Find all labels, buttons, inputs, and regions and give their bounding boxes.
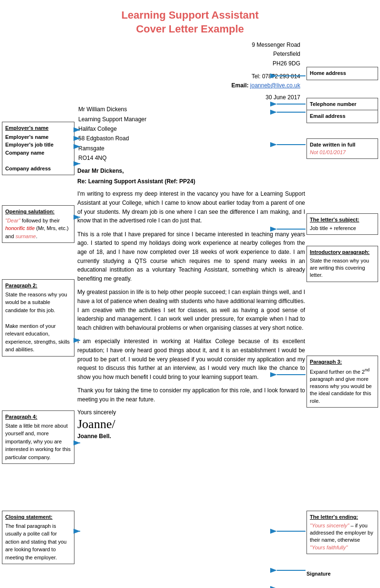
page: Learning Support Assistant Cover Letter … — [0, 0, 380, 588]
employer-city: Ramsgate — [78, 145, 105, 152]
employer-address1: 58 Edgbaston Road — [78, 135, 129, 142]
closing-ann-text: The final paragraph is usually a polite … — [5, 522, 71, 562]
salutation-annotation-box: Opening salutation: "Dear" followed by t… — [2, 205, 74, 243]
signature-ann-text: Signature — [306, 571, 331, 577]
telephone-ann-box: Telephone number — [306, 98, 378, 111]
letter-body: I'm writing to express my deep interest … — [77, 189, 305, 404]
employer-annotation-box: Employer's name Employer's name Employer… — [2, 122, 74, 175]
signature-ann: Signature — [306, 570, 378, 577]
email-ann-box: Email address — [306, 110, 378, 123]
subject-ann-title: The letter's subject: — [310, 216, 375, 223]
employer-jobtitle: Learning Support Manager — [78, 116, 147, 123]
letter-para3: My greatest passion in life is to help o… — [77, 288, 305, 332]
page-title: Learning Support Assistant Cover Letter … — [10, 9, 370, 36]
signature-cursive-text: Joanne/ — [77, 417, 115, 431]
salutation-ann-text: "Dear" followed by their honorific title… — [5, 218, 69, 239]
letter-para4: I am especially interested in working at… — [77, 337, 305, 381]
closing-annotation-box: Closing statement: The final paragraph i… — [2, 511, 74, 564]
home-address-ann-box: Home address — [306, 67, 378, 80]
employer-ann-title: Employer's name — [5, 125, 71, 132]
letter-address: 9 Messenger Road Petersfield PH26 9DG — [77, 41, 305, 68]
letter-para1: I'm writing to express my deep interest … — [77, 189, 305, 225]
telephone-ann-text: Telephone number — [310, 101, 357, 107]
para3-ann-title: Paragraph 3: — [310, 358, 375, 366]
intro-ann-text: State the reason why you are writing thi… — [310, 257, 375, 279]
address-line1: 9 Messenger Road — [252, 42, 300, 48]
letter-content: 9 Messenger Road Petersfield PH26 9DG Te… — [77, 41, 305, 440]
closing-text: Yours sincerely — [77, 409, 116, 416]
employer-postcode: RO14 4NQ — [78, 155, 106, 161]
ending-ann-text: "Yours sincerely" – if you addressed the… — [310, 522, 375, 552]
letter-signature: Joanne/ — [77, 418, 305, 431]
date-ann-title: Date written in full — [310, 141, 375, 148]
intro-ann-title: Introductory paragraph: — [310, 249, 375, 256]
title-section: Learning Support Assistant Cover Letter … — [0, 0, 380, 41]
salutation-ann-title: Opening salutation: — [5, 208, 71, 215]
address-line2: Petersfield — [273, 51, 300, 57]
para3-ann-box: Paragraph 3: Expand further on the 2nd p… — [306, 356, 378, 408]
para4-ann-text: State a little bit more about yourself a… — [5, 422, 71, 462]
email-ann-text: Email address — [310, 113, 346, 119]
employer-address-block: Mr William Dickens Learning Support Mana… — [77, 105, 305, 163]
ending-ann-box: The letter's ending: "Yours sincerely" –… — [306, 511, 378, 554]
para3-ann-text: Expand further on the 2nd paragraph and … — [310, 367, 375, 405]
salutation-text: Dear Mr Dickens, — [77, 168, 124, 174]
subject-text: Re: Learning Support Assistant (Ref: PP2… — [77, 178, 195, 185]
para2-annotation-box: Paragraph 2: State the reasons why you w… — [2, 279, 74, 356]
subject-ann-text: Job title + reference — [310, 225, 375, 232]
closing-ann-title: Closing statement: — [5, 514, 71, 521]
employer-ann-text: Employer's name Employer's job title Com… — [5, 133, 71, 173]
letter-salutation: Dear Mr Dickens, — [77, 168, 305, 174]
para2-ann-title: Paragraph 2: — [5, 282, 71, 289]
letter-para2: This is a role that I have prepared for … — [77, 230, 305, 284]
employer-company: Halifax College — [78, 126, 117, 132]
date-ann-box: Date written in full Not 01/01/2017 — [306, 138, 378, 159]
para2-ann-text: State the reasons why you would be a sui… — [5, 291, 71, 354]
letter-fullname: Joanne Bell. — [77, 433, 305, 440]
subject-ann-box: The letter's subject: Job title + refere… — [306, 213, 378, 235]
address-line3: PH26 9DG — [273, 60, 300, 67]
letter-contact: Tel: 07872 293 014 Email: joanneb@live.c… — [77, 72, 305, 90]
date-ann-not: Not 01/01/2017 — [310, 149, 346, 155]
intro-ann-box: Introductory paragraph: State the reason… — [306, 246, 378, 282]
date-text: 30 June 2017 — [265, 94, 300, 101]
ending-ann-title: The letter's ending: — [310, 514, 375, 521]
para4-annotation-box: Paragraph 4: State a little bit more abo… — [2, 410, 74, 464]
email-link[interactable]: joanneb@live.co.uk — [250, 82, 300, 89]
letter-date: 30 June 2017 — [77, 94, 305, 101]
tel-line: Tel: 07872 293 014 — [252, 73, 300, 80]
home-address-ann-text: Home address — [310, 70, 346, 76]
employer-name: Mr William Dickens — [78, 106, 127, 113]
letter-subject: Re: Learning Support Assistant (Ref: PP2… — [77, 178, 305, 185]
letter-para5: Thank you for taking the time to conside… — [77, 386, 305, 404]
email-line: Email: joanneb@live.co.uk — [232, 82, 300, 89]
fullname-text: Joanne Bell. — [77, 433, 111, 440]
para4-ann-title: Paragraph 4: — [5, 413, 71, 420]
letter-closing: Yours sincerely — [77, 409, 305, 416]
